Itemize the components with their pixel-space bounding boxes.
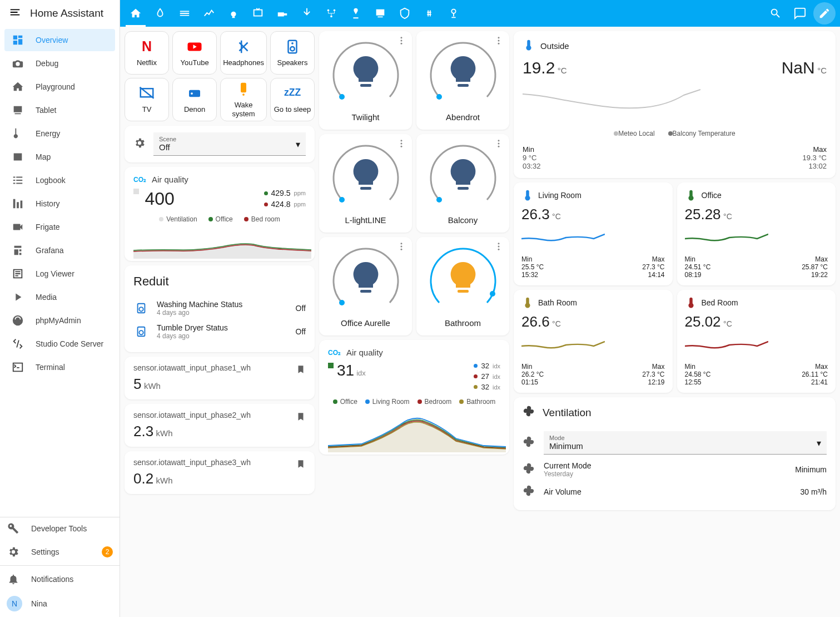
edit-button[interactable] (813, 2, 836, 24)
svg-point-42 (339, 300, 345, 305)
sensor-card[interactable]: sensor.iotawatt_input_phase1_wh5 kWh (125, 357, 315, 399)
quick-wake-system[interactable]: Wake system (220, 78, 267, 121)
sidebar-item-phpmyadmin[interactable]: phpMyAdmin (4, 309, 115, 332)
ventilation-mode-select[interactable]: Mode Minimum ▾ (544, 431, 827, 455)
bookmark-icon (296, 412, 306, 424)
svg-point-16 (139, 307, 143, 311)
svg-text:zZZ: zZZ (284, 87, 301, 98)
sidebar-item-history[interactable]: History (4, 192, 115, 215)
appliance-icon (133, 325, 149, 338)
quick-netflix[interactable]: NNetflix (125, 31, 169, 75)
thermometer-icon (521, 297, 534, 309)
fan-icon (523, 485, 536, 499)
sidebar: Home Assistant OverviewDebugPlaygroundTa… (0, 0, 120, 617)
sidebar-item-label: Frigate (36, 223, 60, 231)
dashboard-tab-12[interactable] (418, 0, 440, 27)
sidebar-item-playground[interactable]: Playground (4, 76, 115, 98)
light-bathroom[interactable]: Bathroom (416, 237, 509, 335)
sidebar-item-map[interactable]: Map (4, 146, 115, 168)
sensor-card[interactable]: sensor.iotawatt_input_phase3_wh0.2 kWh (125, 451, 315, 494)
svg-point-32 (339, 197, 345, 203)
dashboard-tab-13[interactable] (443, 0, 465, 27)
menu-icon[interactable] (9, 6, 21, 21)
dashboard-tab-3[interactable] (198, 0, 220, 27)
dashboard-tab-10[interactable] (369, 0, 391, 27)
dashboard-tab-11[interactable] (394, 0, 416, 27)
quick-speakers[interactable]: Speakers (270, 31, 315, 75)
quick-go-to-sleep[interactable]: zZZGo to sleep (270, 78, 315, 121)
nav-icon (11, 220, 24, 234)
light-twilight[interactable]: Twilight (319, 31, 412, 130)
sensor-card[interactable]: sensor.iotawatt_input_phase2_wh2.3 kWh (125, 404, 315, 447)
dashboard-tab-4[interactable] (222, 0, 245, 27)
sidebar-item-media[interactable]: Media (4, 286, 115, 308)
temp-office[interactable]: Office 25.28 °C Min24.51 °C08:19Max25.87… (677, 182, 836, 285)
light-office-aurelle[interactable]: Office Aurelle (319, 237, 412, 335)
sidebar-item-debug[interactable]: Debug (4, 52, 115, 75)
settings-badge: 2 (102, 546, 113, 557)
sidebar-item-label: Debug (36, 59, 58, 68)
sidebar-item-frigate[interactable]: Frigate (4, 216, 115, 238)
svg-point-13 (242, 94, 245, 96)
app-title: Home Assistant (30, 7, 103, 19)
sidebar-item-user[interactable]: N Nina (0, 591, 120, 616)
svg-text:N: N (142, 38, 152, 54)
sidebar-item-label: Settings (31, 547, 59, 556)
gear-icon (7, 545, 20, 559)
entity-row[interactable]: Washing Machine Status4 days agoOff (133, 297, 306, 320)
thermometer-icon (521, 189, 534, 201)
chevron-down-icon: ▾ (296, 139, 300, 149)
air-quality-card-1: CO₂ Air quality 400 429.5ppm424.8ppm Ven… (125, 167, 315, 261)
outside-card: Outside 19.2 °C NaN °C Meteo LocalBalcon… (514, 31, 836, 178)
light-l-lightline[interactable]: L-lightLINE (319, 134, 412, 233)
sidebar-item-notifications[interactable]: Notifications (0, 568, 120, 590)
temp-bath-room[interactable]: Bath Room 26.6 °C Min26.2 °C01:15Max27.3… (514, 290, 673, 393)
sidebar-item-logbook[interactable]: Logbook (4, 169, 115, 191)
quick-denon[interactable]: Denon (172, 78, 217, 121)
sidebar-item-label: History (36, 199, 60, 208)
sidebar-item-label: Log Viewer (36, 269, 74, 278)
nav-icon (11, 33, 24, 47)
dashboard-tab-7[interactable] (296, 0, 318, 27)
dashboard-tab-1[interactable] (149, 0, 171, 27)
dashboard-tab-2[interactable] (173, 0, 196, 27)
sidebar-item-log-viewer[interactable]: Log Viewer (4, 263, 115, 285)
quick-youtube[interactable]: YouTube (172, 31, 217, 75)
sidebar-item-overview[interactable]: Overview (4, 29, 115, 51)
user-name: Nina (31, 599, 47, 608)
sidebar-item-grafana[interactable]: Grafana (4, 239, 115, 261)
svg-rect-10 (189, 90, 200, 97)
sidebar-item-developer-tools[interactable]: Developer Tools (0, 517, 120, 540)
scene-card: Scene Off ▾ (125, 126, 315, 162)
nav-icon (11, 197, 24, 210)
svg-point-0 (327, 9, 330, 12)
search-button[interactable] (764, 2, 787, 24)
dashboard-tab-8[interactable] (320, 0, 342, 27)
sidebar-item-label: Overview (36, 36, 68, 45)
temp-bed-room[interactable]: Bed Room 25.02 °C Min24.58 °C12:55Max26.… (677, 290, 836, 393)
svg-point-8 (291, 42, 294, 45)
quick-headphones[interactable]: Headphones (220, 31, 267, 75)
sidebar-item-energy[interactable]: Energy (4, 122, 115, 145)
dashboard-tab-5[interactable] (247, 0, 269, 27)
light-abendrot[interactable]: Abendrot (416, 31, 509, 130)
sidebar-item-label: Playground (36, 82, 75, 91)
vent-row[interactable]: Current ModeYesterdayMinimum (523, 458, 827, 481)
sidebar-item-tablet[interactable]: Tablet (4, 99, 115, 121)
entity-row[interactable]: Tumble Dryer Status4 days agoOff (133, 320, 306, 343)
vent-row[interactable]: Air Volume30 m³/h (523, 481, 827, 502)
assist-button[interactable] (789, 2, 811, 24)
svg-rect-23 (360, 84, 371, 87)
dashboard-tab-6[interactable] (271, 0, 294, 27)
sidebar-item-settings[interactable]: Settings 2 (0, 541, 120, 563)
quick-tv[interactable]: TV (125, 78, 169, 121)
light-balcony[interactable]: Balcony (416, 134, 509, 233)
dashboard-tab-9[interactable] (345, 0, 367, 27)
temp-living-room[interactable]: Living Room 26.3 °C Min25.5 °C15:32Max27… (514, 182, 673, 285)
chevron-down-icon: ▾ (817, 437, 821, 448)
svg-point-1 (334, 9, 336, 12)
dashboard-tab-0[interactable] (125, 0, 147, 27)
sidebar-item-terminal[interactable]: Terminal (4, 356, 115, 378)
sidebar-item-studio-code-server[interactable]: Studio Code Server (4, 333, 115, 355)
scene-select[interactable]: Scene Off ▾ (153, 132, 306, 156)
